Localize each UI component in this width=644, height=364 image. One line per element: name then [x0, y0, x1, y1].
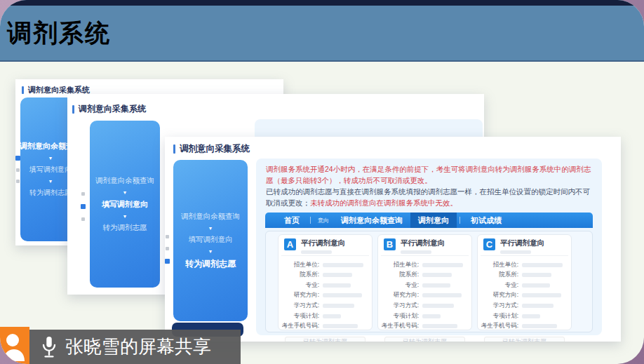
chevron-down-icon: ▼: [208, 249, 213, 254]
panel-title: 调剂意向采集系统: [173, 143, 621, 155]
field-value-placeholder: [522, 293, 561, 297]
title-accent-bar: [22, 86, 24, 94]
card-fields: 招生单位: 院系所: 专业: 研究方向: 学习方式: 专项计划: 考生手机号码:: [279, 256, 372, 330]
share-banner-label: 张晓雪的屏幕共享: [65, 335, 211, 359]
nav-divider: [310, 217, 311, 224]
intention-card-a: A 平行调剂意向 招生单位: 院系所: 专业: 研究方向: 学习方式:: [278, 234, 373, 330]
sidebar-step-fill-intention[interactable]: 填写调剂意向: [29, 165, 72, 175]
field-label: 研究方向:: [378, 291, 419, 299]
field-value-placeholder: [422, 304, 454, 308]
placeholder-bar: [301, 250, 332, 254]
notice-line-1: 调剂服务系统开通24小时内，在满足条件的前提下，考生可将调剂意向转为调剂服务系统…: [266, 163, 592, 186]
field-value-placeholder: [422, 314, 441, 318]
panel-title: 调剂意向采集系统: [72, 103, 484, 115]
field-value-placeholder: [422, 273, 452, 277]
sidebar-step-balance-query[interactable]: 调剂意向余额查询: [95, 176, 154, 186]
field-label: 专业:: [378, 281, 419, 290]
nav-item-balance-query[interactable]: 调剂意向余额查询: [333, 213, 410, 228]
transferred-button[interactable]: 已转为调剂志愿: [384, 337, 465, 342]
card-header: B 平行调剂意向: [381, 235, 469, 256]
carousel-dot[interactable]: [165, 259, 170, 264]
nav-item-adjust-intention[interactable]: 调剂意向: [410, 213, 457, 228]
notice-line-2: 已转成功的调剂志愿与直接在调剂服务系统填报的调剂志愿一样，在招生单位设置的锁定时…: [266, 186, 592, 208]
field-value-placeholder: [323, 314, 341, 318]
card-letter-badge: A: [284, 238, 296, 250]
field-label: 学习方式:: [378, 302, 419, 310]
field-label: 专项计划:: [279, 312, 319, 321]
field-value-placeholder: [323, 324, 358, 328]
field-value-placeholder: [422, 263, 463, 267]
transferred-button[interactable]: 已转为调剂志愿: [484, 337, 565, 342]
app-header: 调剂系统: [0, 0, 644, 62]
field-value-placeholder: [422, 293, 462, 297]
card-header: C 平行调剂意向: [481, 235, 568, 256]
carousel-dot[interactable]: [166, 235, 169, 238]
screen-share-frame: 调剂系统 调剂意向采集系统 调剂意向余额查询 ▼ 填写调剂意向 ▼ 转为调剂志愿: [0, 0, 644, 364]
carousel-dot[interactable]: [81, 217, 85, 221]
carousel-dot[interactable]: [16, 168, 20, 172]
chevron-down-icon: ▼: [48, 179, 53, 184]
field-label: 学习方式:: [478, 302, 518, 310]
card-title: 平行调剂意向: [500, 238, 544, 248]
field-label: 考生手机号码:: [279, 322, 319, 330]
field-label: 研究方向:: [279, 291, 319, 299]
sidebar-step-convert[interactable]: 转为调剂志愿: [103, 223, 147, 233]
panel-content-area: 调剂服务系统开通24小时内，在满足条件的前提下，考生可将调剂意向转为调剂服务系统…: [256, 159, 602, 335]
intention-card-c: C 平行调剂意向 招生单位: 院系所: 专业: 研究方向: 学习方式:: [477, 234, 572, 330]
nav-item-intention[interactable]: 意向: [314, 213, 333, 228]
field-value-placeholder: [323, 304, 354, 308]
field-label: 考生手机号码:: [478, 322, 518, 330]
title-accent-bar: [173, 144, 175, 154]
chevron-down-icon: ▼: [123, 190, 128, 195]
sidebar-step-fill-intention[interactable]: 填写调剂意向: [102, 199, 148, 210]
nav-item-home[interactable]: 首页: [276, 213, 307, 228]
field-label: 专项计划:: [378, 312, 419, 321]
sidebar-step-fill-intention[interactable]: 填写调剂意向: [189, 235, 233, 245]
chevron-down-icon: ▼: [48, 156, 53, 161]
card-header: A 平行调剂意向: [281, 235, 369, 256]
field-label: 院系所:: [279, 271, 319, 279]
nav-divider: [459, 217, 460, 224]
field-value-placeholder: [522, 273, 551, 277]
step-sidebar: 调剂意向余额查询 ▼ 填写调剂意向 ▼ 转为调剂志愿: [90, 121, 160, 288]
placeholder-bar: [401, 250, 431, 254]
card-fields: 招生单位: 院系所: 专业: 研究方向: 学习方式: 专项计划: 考生手机号码:: [378, 256, 471, 330]
carousel-dot[interactable]: [81, 204, 86, 209]
nav-item-exam-score[interactable]: 初试成绩: [463, 213, 509, 228]
screen-share-banner[interactable]: 张晓雪的屏幕共享: [29, 330, 241, 364]
field-label: 专业:: [279, 281, 319, 290]
intention-cards-container: A 平行调剂意向 招生单位: 院系所: 专业: 研究方向: 学习方式:: [265, 231, 593, 332]
field-value-placeholder: [422, 324, 457, 328]
carousel-dots: [81, 192, 86, 221]
title-accent-bar: [72, 105, 74, 114]
sidebar-step-balance-query[interactable]: 调剂意向余额查询: [181, 212, 240, 222]
field-value-placeholder: [323, 283, 351, 288]
main-nav: 首页 意向 调剂意向余额查询 调剂意向 初试成绩: [265, 213, 593, 228]
card-title: 平行调剂意向: [301, 238, 345, 248]
field-label: 专业:: [478, 281, 518, 290]
field-value-placeholder: [522, 283, 550, 288]
card-letter-badge: C: [483, 238, 495, 250]
field-value-placeholder: [522, 314, 540, 318]
sidebar-step-convert[interactable]: 转为调剂志愿: [29, 188, 72, 198]
carousel-dot[interactable]: [15, 156, 20, 161]
carousel-dot[interactable]: [166, 247, 169, 250]
screenshot-panel-step3: 调剂意向采集系统 调剂服务系统开通24小时内，在满足条件的前提下，考生可将调剂意…: [165, 137, 621, 342]
field-value-placeholder: [323, 263, 363, 267]
field-value-placeholder: [522, 304, 554, 308]
page-title: 调剂系统: [7, 17, 644, 50]
carousel-dot[interactable]: [16, 180, 20, 183]
carousel-dot[interactable]: [81, 192, 85, 196]
field-label: 招生单位:: [378, 261, 419, 269]
field-label: 专项计划:: [478, 312, 518, 321]
placeholder-bar: [500, 250, 531, 254]
field-label: 研究方向:: [478, 291, 518, 299]
field-label: 招生单位:: [279, 261, 319, 269]
person-icon: [2, 330, 27, 361]
transferred-button[interactable]: 已转为调剂志愿: [285, 337, 365, 342]
intention-card-b: B 平行调剂意向 招生单位: 院系所: 专业: 研究方向: 学习方式:: [377, 234, 472, 330]
carousel-dots: [165, 235, 170, 264]
presenter-avatar[interactable]: [0, 327, 29, 364]
sidebar-step-convert[interactable]: 转为调剂志愿: [185, 258, 236, 270]
field-value-placeholder: [522, 324, 557, 328]
